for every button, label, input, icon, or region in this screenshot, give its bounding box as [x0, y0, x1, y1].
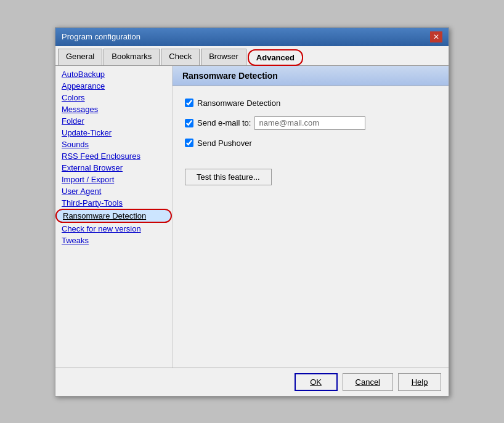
sidebar-item-tweaks[interactable]: Tweaks: [55, 235, 172, 246]
sidebar-item-import-export[interactable]: Import / Export: [55, 174, 172, 185]
sidebar-item-appearance[interactable]: Appearance: [55, 80, 172, 92]
tab-bar: General Bookmarks Check Browser Advanced: [55, 46, 449, 66]
sidebar-item-rss-feed-enclosures[interactable]: RSS Feed Enclosures: [55, 150, 172, 162]
section-content: Ransomware Detection Send e-mail to: Sen…: [173, 86, 449, 368]
sidebar-item-autobackup[interactable]: AutoBackup: [55, 68, 172, 80]
send-pushover-label[interactable]: Send Pushover: [197, 139, 252, 148]
tab-general[interactable]: General: [58, 49, 102, 65]
title-bar: Program configuration ✕: [55, 28, 449, 46]
sidebar-item-messages[interactable]: Messages: [55, 103, 172, 115]
cancel-button[interactable]: Cancel: [343, 373, 393, 391]
tab-bookmarks[interactable]: Bookmarks: [104, 49, 160, 65]
ransomware-detection-checkbox[interactable]: [185, 99, 193, 107]
sidebar-item-colors[interactable]: Colors: [55, 92, 172, 103]
close-button[interactable]: ✕: [430, 31, 442, 42]
dialog-footer: OK Cancel Help: [55, 368, 449, 396]
sidebar-item-sounds[interactable]: Sounds: [55, 139, 172, 150]
dialog-title: Program configuration: [62, 32, 140, 41]
tab-check[interactable]: Check: [161, 49, 200, 65]
send-email-row: Send e-mail to:: [185, 116, 436, 130]
tab-advanced[interactable]: Advanced: [248, 49, 303, 66]
sidebar-item-update-ticker[interactable]: Update-Ticker: [55, 127, 172, 139]
sidebar-item-external-browser[interactable]: External Browser: [55, 162, 172, 174]
send-email-label[interactable]: Send e-mail to:: [197, 118, 251, 127]
send-pushover-checkbox[interactable]: [185, 139, 193, 147]
main-panel: Ransomware Detection Ransomware Detectio…: [173, 66, 449, 368]
sidebar-item-third-party-tools[interactable]: Third-Party-Tools: [55, 197, 172, 209]
tab-browser[interactable]: Browser: [201, 49, 246, 65]
program-config-dialog: Program configuration ✕ General Bookmark…: [55, 27, 449, 397]
sidebar-item-check-new-version[interactable]: Check for new version: [55, 223, 172, 235]
send-email-checkbox[interactable]: [185, 119, 193, 127]
sidebar: AutoBackup Appearance Colors Messages Fo…: [55, 66, 173, 368]
sidebar-item-user-agent[interactable]: User Agent: [55, 185, 172, 197]
test-feature-button[interactable]: Test this feature...: [185, 169, 272, 185]
help-button[interactable]: Help: [398, 373, 441, 391]
section-header: Ransomware Detection: [173, 66, 449, 86]
sidebar-item-folder[interactable]: Folder: [55, 115, 172, 127]
ok-button[interactable]: OK: [295, 373, 338, 391]
email-input[interactable]: [254, 116, 365, 130]
ransomware-detection-row: Ransomware Detection: [185, 99, 436, 108]
send-pushover-row: Send Pushover: [185, 139, 436, 148]
sidebar-item-ransomware-detection[interactable]: Ransomware Detection: [55, 209, 172, 223]
ransomware-detection-label[interactable]: Ransomware Detection: [197, 99, 280, 108]
dialog-body: AutoBackup Appearance Colors Messages Fo…: [55, 66, 449, 368]
